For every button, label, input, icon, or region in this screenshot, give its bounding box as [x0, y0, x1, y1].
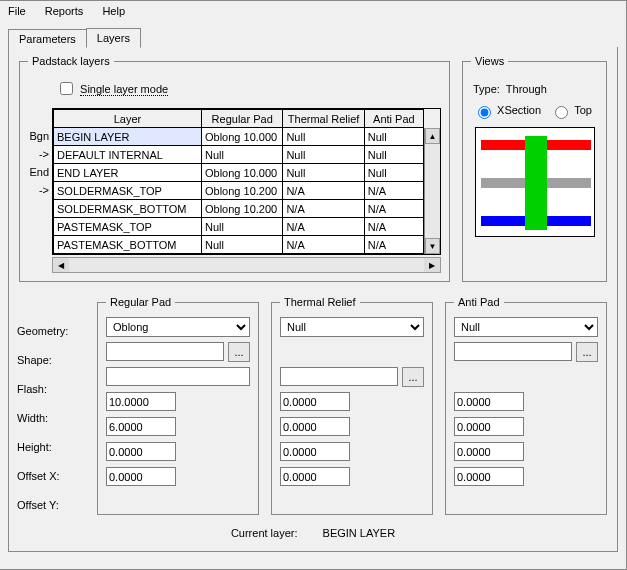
row-label [28, 199, 52, 217]
offy-label: Offset Y: [17, 494, 87, 515]
anti-shape-input[interactable] [454, 342, 572, 361]
anti-width-input[interactable] [454, 392, 524, 411]
anti-pad-legend: Anti Pad [454, 296, 504, 308]
layers-table[interactable]: Layer Regular Pad Thermal Relief Anti Pa… [53, 109, 424, 254]
row-label: -> [28, 145, 52, 163]
thermal-relief-group: Thermal Relief Null ... [271, 296, 433, 515]
table-row[interactable]: BEGIN LAYER Oblong 10.000 Null Null [54, 128, 424, 146]
row-label: End [28, 163, 52, 181]
flash-label: Flash: [17, 378, 87, 399]
layers-panel: Padstack layers Single layer mode Bgn ->… [8, 47, 618, 552]
height-label: Height: [17, 436, 87, 457]
svg-rect-2 [481, 178, 529, 188]
table-row[interactable]: DEFAULT INTERNAL Null Null Null [54, 146, 424, 164]
menubar: File Reports Help [0, 1, 626, 23]
top-radio[interactable] [555, 106, 568, 119]
thermal-width-input[interactable] [280, 392, 350, 411]
current-layer-row: Current layer: BEGIN LAYER [17, 527, 609, 539]
padstack-layers-legend: Padstack layers [28, 55, 114, 67]
table-row[interactable]: SOLDERMASK_TOP Oblong 10.200 N/A N/A [54, 182, 424, 200]
views-group: Views Type: Through XSection Top [462, 55, 607, 282]
shape-label: Shape: [17, 349, 87, 370]
row-label [28, 217, 52, 235]
regular-pad-group: Regular Pad Oblong ... [97, 296, 259, 515]
top-radio-label[interactable]: Top [550, 104, 592, 116]
width-label: Width: [17, 407, 87, 428]
row-label [28, 235, 52, 253]
regular-flash-input[interactable] [106, 367, 250, 386]
app-window: File Reports Help Parameters Layers Pads… [0, 0, 627, 570]
anti-pad-group: Anti Pad Null ... [445, 296, 607, 515]
menu-reports[interactable]: Reports [37, 3, 92, 19]
regular-shape-input[interactable] [106, 342, 224, 361]
thermal-relief-legend: Thermal Relief [280, 296, 360, 308]
svg-rect-4 [481, 216, 529, 226]
table-row[interactable]: PASTEMASK_BOTTOM Null N/A N/A [54, 236, 424, 254]
anti-shape-browse-button[interactable]: ... [576, 342, 598, 362]
thermal-geometry-select[interactable]: Null [280, 317, 424, 337]
anti-height-input[interactable] [454, 417, 524, 436]
row-label: -> [28, 181, 52, 199]
tab-parameters[interactable]: Parameters [8, 29, 87, 48]
regular-offx-input[interactable] [106, 442, 176, 461]
regular-pad-legend: Regular Pad [106, 296, 175, 308]
thermal-flash-browse-button[interactable]: ... [402, 367, 424, 387]
current-layer-label: Current layer: [231, 527, 298, 539]
regular-height-input[interactable] [106, 417, 176, 436]
regular-geometry-select[interactable]: Oblong [106, 317, 250, 337]
layers-table-wrap: Layer Regular Pad Thermal Relief Anti Pa… [52, 108, 441, 255]
regular-shape-browse-button[interactable]: ... [228, 342, 250, 362]
scroll-right-icon[interactable]: ▶ [424, 258, 440, 272]
current-layer-value: BEGIN LAYER [323, 527, 396, 539]
menu-help[interactable]: Help [94, 3, 133, 19]
vertical-scrollbar[interactable]: ▲ ▼ [424, 128, 440, 254]
anti-geometry-select[interactable]: Null [454, 317, 598, 337]
col-layer[interactable]: Layer [54, 110, 202, 128]
tab-layers[interactable]: Layers [86, 28, 141, 48]
scroll-left-icon[interactable]: ◀ [53, 258, 69, 272]
svg-rect-3 [543, 178, 591, 188]
xsection-radio-label[interactable]: XSection [473, 104, 544, 116]
single-layer-mode-label[interactable]: Single layer mode [80, 83, 168, 96]
anti-offx-input[interactable] [454, 442, 524, 461]
menu-file[interactable]: File [0, 3, 34, 19]
regular-width-input[interactable] [106, 392, 176, 411]
svg-rect-1 [543, 140, 591, 150]
thermal-flash-input[interactable] [280, 367, 398, 386]
geometry-label: Geometry: [17, 320, 87, 341]
svg-rect-0 [481, 140, 529, 150]
scroll-up-icon[interactable]: ▲ [425, 128, 440, 144]
thermal-offy-input[interactable] [280, 467, 350, 486]
single-layer-mode-checkbox[interactable] [60, 82, 73, 95]
views-type-value: Through [506, 83, 547, 95]
col-thermal[interactable]: Thermal Relief [283, 110, 364, 128]
tabs: Parameters Layers [8, 27, 618, 48]
col-regular[interactable]: Regular Pad [202, 110, 283, 128]
offx-label: Offset X: [17, 465, 87, 486]
scroll-down-icon[interactable]: ▼ [425, 238, 440, 254]
xsection-radio[interactable] [478, 106, 491, 119]
field-labels-column: Geometry: Shape: Flash: Width: Height: O… [17, 320, 87, 515]
svg-rect-6 [525, 136, 547, 230]
thermal-offx-input[interactable] [280, 442, 350, 461]
svg-rect-5 [543, 216, 591, 226]
regular-offy-input[interactable] [106, 467, 176, 486]
padstack-layers-group: Padstack layers Single layer mode Bgn ->… [19, 55, 450, 282]
table-row[interactable]: PASTEMASK_TOP Null N/A N/A [54, 218, 424, 236]
views-type-label: Type: [473, 83, 500, 95]
horizontal-scrollbar[interactable]: ◀ ▶ [52, 257, 441, 273]
thermal-height-input[interactable] [280, 417, 350, 436]
row-label-column: Bgn -> End -> [28, 127, 52, 255]
xsection-preview [475, 127, 595, 237]
col-anti[interactable]: Anti Pad [364, 110, 423, 128]
anti-offy-input[interactable] [454, 467, 524, 486]
row-label: Bgn [28, 127, 52, 145]
table-row[interactable]: SOLDERMASK_BOTTOM Oblong 10.200 N/A N/A [54, 200, 424, 218]
table-row[interactable]: END LAYER Oblong 10.000 Null Null [54, 164, 424, 182]
views-legend: Views [471, 55, 508, 67]
